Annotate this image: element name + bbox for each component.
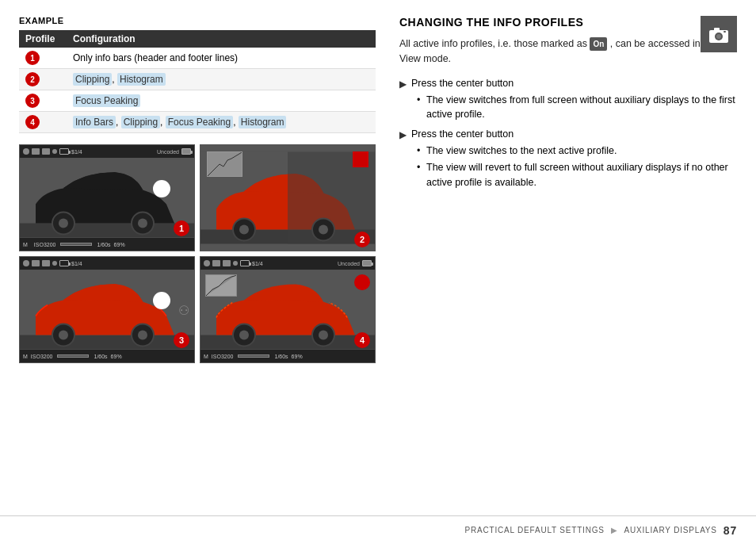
vf-icon4c [233,261,238,266]
svg-rect-31 [724,31,726,33]
sub-bullets-2: The view switches to the next active pro… [417,144,737,190]
car-svg-1 [20,158,194,238]
vf-icon3 [52,149,57,154]
viewfinder-2: 2 [200,144,376,251]
red-circle-2 [353,151,368,167]
viewfinder-4: $1/4 Uncoded [200,256,376,363]
table-row: 3 Focus Peaking [19,90,376,112]
section-title: CHANGING THE INFO PROFILES [399,16,737,29]
profile-num-3: 3 [25,94,40,108]
svg-rect-21 [200,335,375,350]
profile-num-1: 1 [25,51,40,65]
vf-aperture3: 69% [111,354,122,359]
vf-icon3a [32,260,40,266]
arrow-marker-1: ▶ [399,79,407,90]
right-column: CHANGING THE INFO PROFILES All active in… [391,16,737,484]
svg-point-19 [138,331,147,340]
vf-histogram-preview [207,151,242,177]
profile-num-4: 4 [25,115,40,129]
svg-point-10 [239,225,249,235]
vf-speed4: $1/4 [252,261,263,266]
camera-icon [708,25,730,43]
highlighted-info-bars: Info Bars [73,116,116,128]
vf-uncoded-1: Uncoded [157,149,179,155]
table-header-configuration: Configuration [67,30,376,48]
vf-bottom-bar-4: M ISO3200 1/60s 69% [200,350,375,362]
highlighted-histogram-2: Histogram [239,116,287,128]
content-area: EXAMPLE Profile Configuration 1 Only inf… [0,0,756,515]
table-cell-config: Info Bars, Clipping, Focus Peaking, Hist… [67,112,376,133]
vf-scale [60,243,92,246]
svg-rect-1 [20,224,194,238]
vf-uncoded-4: Uncoded [338,261,360,266]
table-row: 1 Only info bars (header and footer line… [19,48,376,69]
vf-scale3 [57,354,89,358]
vf-mode-icon3 [23,260,29,266]
footer-page: 87 [724,524,737,537]
left-column: EXAMPLE Profile Configuration 1 Only inf… [19,16,391,484]
vf-iso: ISO3200 [34,242,56,247]
vf-mode4: M [204,354,208,359]
bullet-main-text-2: Press the center button [411,128,514,140]
profile-num-2: 2 [25,72,40,86]
svg-point-29 [716,34,721,39]
vf-bottom-bar-3: M ISO3200 1/60s 69% [20,350,194,362]
on-badge: On [590,37,607,51]
profile-badge-4: 4 [354,332,370,348]
vf-icon3c [52,261,57,266]
table-cell-config: Clipping, Histogram [67,69,376,90]
white-dot-3 [153,292,170,309]
camera-icon-box [701,16,737,52]
svg-rect-30 [714,28,720,31]
footer-separator: ▶ [611,526,618,534]
vf-mode-icon4 [204,260,210,266]
table-cell-config: Focus Peaking [67,90,376,112]
svg-point-12 [319,225,328,235]
vf-iso3: ISO3200 [31,354,53,359]
vf-icon3b [42,260,50,266]
vf-top-bar-4: $1/4 Uncoded [200,257,375,270]
vf-battery [59,148,69,155]
svg-point-23 [239,331,249,340]
viewfinder-grid: $1/4 Uncoded [19,144,376,363]
vf-shutter4: 1/60s [274,354,288,359]
table-cell-num: 3 [19,90,67,112]
intro-text: All active info profiles, i.e. those mar… [399,36,737,67]
vf-icon4b [223,260,231,266]
intro-before: All active info profiles, i.e. those mar… [399,38,587,49]
vf-bottom-bar-1: M ISO3200 1/60s 69% [20,238,194,251]
vf-car-area-2 [200,145,375,251]
vf-mode3: M [23,354,28,359]
red-dot-4 [354,274,370,293]
vf-icon4a [212,260,220,266]
svg-point-5 [138,219,147,228]
svg-point-13 [353,151,368,167]
vf-car-area-4 [200,270,375,350]
sub-bullets-1: The view switches from full screen witho… [417,93,737,123]
profile-table: Profile Configuration 1 Only info bars (… [19,30,376,133]
car-svg-3 [20,270,194,350]
svg-point-25 [319,331,328,340]
table-row: 2 Clipping, Histogram [19,69,376,90]
bullet-section-1: ▶ Press the center button The view switc… [399,78,737,123]
example-label: EXAMPLE [19,16,376,25]
vf-battery4b [362,260,372,266]
bullet-main-1: ▶ Press the center button [399,78,737,90]
table-cell-num: 2 [19,69,67,90]
table-row: 4 Info Bars, Clipping, Focus Peaking, Hi… [19,112,376,133]
bullet-main-text-1: Press the center button [411,78,514,89]
person-icon: ⚇ [178,302,189,317]
viewfinder-3: $1/4 [19,256,195,363]
highlighted-histogram: Histogram [117,73,166,86]
highlighted-clipping-2: Clipping [121,116,160,128]
svg-point-17 [59,331,68,340]
svg-point-3 [59,219,68,228]
table-header-profile: Profile [19,30,67,48]
vf-car-area-3: ⚇ [20,270,194,350]
sub-bullet-1-1: The view switches from full screen witho… [417,93,737,123]
vf-shutter: 1/60s [97,242,110,247]
page: EXAMPLE Profile Configuration 1 Only inf… [0,0,756,544]
vf-car-area-1 [20,158,194,238]
vf-icon2 [42,148,50,155]
table-cell-num: 4 [19,112,67,133]
